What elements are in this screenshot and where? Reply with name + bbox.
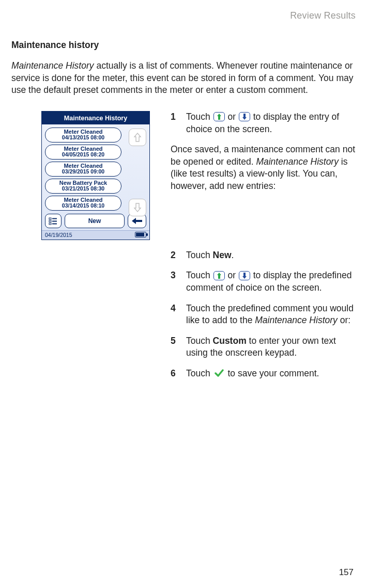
step-4-text: Touch the predefined comment you would l… [186,303,356,327]
device-body: Meter Cleaned 04/13/2015 08:00 Meter Cle… [42,124,149,230]
svg-rect-3 [52,220,57,221]
list-item[interactable]: New Battery Pack 03/21/2015 08:30 [45,179,121,194]
step-number: 3 [171,269,178,282]
entry-stamp: 03/29/2015 09:00 [49,169,118,174]
svg-rect-5 [52,223,57,224]
menu-list-icon [49,217,58,225]
step-5-text: Touch Custom to enter your own text usin… [186,335,356,359]
svg-rect-2 [49,220,51,222]
arrow-up-icon [213,112,225,121]
step-1-text: Touch or to display the entry of choice … [186,111,356,135]
step-number: 1 [171,111,178,123]
text: Touch [186,336,213,346]
bold: New [213,250,232,260]
text: Touch [186,250,213,260]
step-number: 6 [171,368,178,380]
step-6-text: Touch to save your comment. [186,368,356,380]
list-item[interactable]: Meter Cleaned 04/13/2015 08:00 [45,128,121,142]
entry-stamp: 03/14/2015 08:10 [49,203,118,209]
step-number: 5 [171,335,178,347]
svg-rect-1 [52,218,57,219]
scroll-up-button[interactable] [129,129,146,146]
menu-button[interactable] [45,214,62,228]
entry-stamp: 04/05/2015 08:20 [49,152,118,157]
entry-stamp: 03/21/2015 08:30 [49,186,118,192]
note-paragraph: Once saved, a maintenance comment can no… [171,144,356,193]
device-title: Maintenance History [42,113,149,124]
intro-paragraph: Maintenance History actually is a list o… [11,60,356,97]
list-item[interactable]: Meter Cleaned 03/14/2015 08:10 [45,196,121,211]
status-bar: 04/19/2015 [42,230,149,240]
intro-italic: Maintenance History [11,60,94,71]
arrow-up-icon [213,271,225,280]
bold: Custom [213,336,247,346]
arrow-left-icon [131,217,143,225]
italic: Maintenance History [256,156,339,167]
arrow-up-outline-icon [133,132,142,142]
italic: Maintenance History [255,315,338,325]
text: or [227,112,238,122]
svg-rect-0 [49,218,51,219]
svg-rect-4 [49,223,51,225]
checkmark-icon [214,369,224,378]
text: Touch [186,270,213,280]
entry-stamp: 04/13/2015 08:00 [49,135,118,140]
arrow-down-icon [239,271,250,280]
new-button[interactable]: New [65,214,125,228]
text: Touch [186,368,213,378]
step-2-text: Touch New. [186,249,356,262]
running-head: Review Results [11,10,356,21]
text: . [232,250,234,260]
section-title: Maintenance history [11,40,356,51]
page-number: 157 [339,567,354,578]
list-item[interactable]: Meter Cleaned 04/05/2015 08:20 [45,145,121,160]
device-screenshot: Maintenance History Meter Cleaned 04/13/… [41,111,150,240]
battery-icon [135,232,146,237]
text: or: [338,315,350,325]
text: Touch [186,112,213,122]
list-item[interactable]: Meter Cleaned 03/29/2015 09:00 [45,162,121,177]
text: or [227,270,238,280]
scroll-down-button[interactable] [129,199,146,216]
step-number: 4 [171,303,178,315]
step-number: 2 [171,249,178,262]
step-3-text: Touch or to display the predefined comme… [186,269,356,294]
arrow-down-icon [239,112,250,121]
text: to save your comment. [227,368,319,378]
arrow-down-outline-icon [133,202,142,213]
status-date: 04/19/2015 [45,232,72,238]
